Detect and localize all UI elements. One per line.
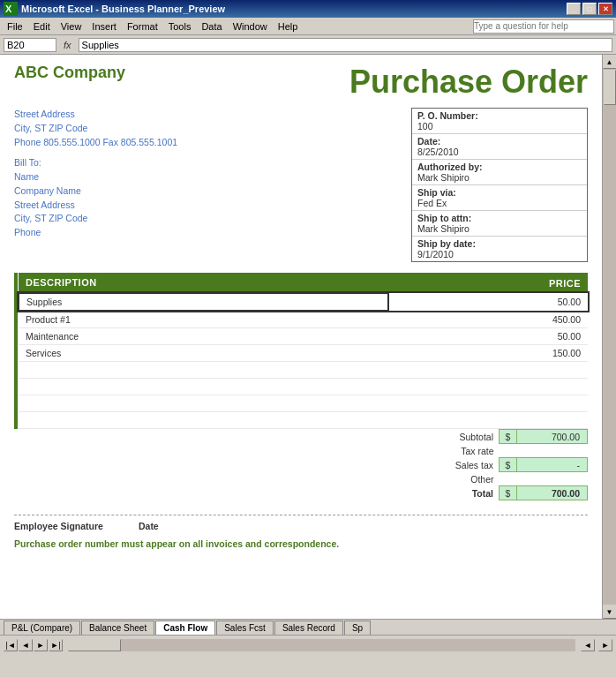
menu-edit[interactable]: Edit <box>28 19 56 34</box>
tab-balance-sheet[interactable]: Balance Sheet <box>81 621 154 635</box>
h-scroll-right[interactable]: ► <box>598 639 612 651</box>
tab-bar: P&L (Compare) Balance Sheet Cash Flow Sa… <box>0 619 616 635</box>
h-scroll-thumb[interactable] <box>68 639 121 651</box>
empty-row <box>19 412 588 429</box>
date-value: 8/25/2010 <box>417 147 582 157</box>
other-label: Other <box>450 472 500 486</box>
empty-row <box>19 379 588 395</box>
formula-bar: fx <box>0 35 616 55</box>
po-number-row: P. O. Number: 100 <box>412 109 587 134</box>
formula-input[interactable] <box>79 38 612 52</box>
vertical-scrollbar[interactable]: ▲ ▼ <box>602 55 616 619</box>
menu-file[interactable]: File <box>2 19 28 34</box>
sales-tax-label: Sales tax <box>450 458 500 472</box>
cell-reference[interactable] <box>4 38 56 52</box>
bill-street: Street Address <box>14 199 411 213</box>
total-value: 700.00 <box>517 486 588 500</box>
items-table: DESCRIPTION PRICE Supplies 50.00 Product… <box>18 273 588 429</box>
fx-label: fx <box>64 40 71 50</box>
menu-tools[interactable]: Tools <box>163 19 197 34</box>
tax-rate-label: Tax rate <box>450 444 500 458</box>
total-currency: $ <box>500 486 517 500</box>
sales-tax-value: - <box>517 458 588 472</box>
item-description[interactable]: Supplies <box>19 293 388 311</box>
tab-cash-flow[interactable]: Cash Flow <box>155 621 215 635</box>
scroll-up-button[interactable]: ▲ <box>603 55 617 69</box>
menu-insert[interactable]: Insert <box>86 19 122 34</box>
nav-next-button[interactable]: ► <box>34 639 48 651</box>
horizontal-scrollbar[interactable] <box>68 639 575 651</box>
price-header: PRICE <box>388 273 588 293</box>
tab-sp[interactable]: Sp <box>344 621 371 635</box>
table-row[interactable]: Services 150.00 <box>19 345 588 362</box>
nav-last-button[interactable]: ►| <box>49 639 63 651</box>
tab-sales-record[interactable]: Sales Record <box>274 621 343 635</box>
subtotal-row: Subtotal $ 700.00 <box>450 430 588 444</box>
ship-via-row: Ship via: Fed Ex <box>412 185 587 211</box>
ship-via-label: Ship via: <box>417 187 582 198</box>
nav-buttons: |◄ ◄ ► ►| <box>4 639 63 651</box>
employee-signature-label: Employee Signature <box>14 521 103 531</box>
ship-date-row: Ship by date: 9/1/2010 <box>412 237 587 261</box>
authorized-value: Mark Shipiro <box>417 172 582 183</box>
ship-date-value: 9/1/2010 <box>417 249 582 260</box>
ship-attn-row: Ship to attn: Mark Shipiro <box>412 211 587 237</box>
scroll-thumb[interactable] <box>604 70 616 105</box>
tab-pl-compare[interactable]: P&L (Compare) <box>4 621 80 635</box>
item-description: Product #1 <box>19 311 388 328</box>
authorized-label: Authorized by: <box>417 162 582 172</box>
date-label: Date: <box>417 136 582 147</box>
item-description: Maintenance <box>19 328 388 345</box>
scroll-track[interactable] <box>603 69 616 605</box>
address-line1: Street Address <box>14 108 411 122</box>
items-table-wrapper: DESCRIPTION PRICE Supplies 50.00 Product… <box>14 273 588 429</box>
tab-sales-fcst[interactable]: Sales Fcst <box>216 621 274 635</box>
table-row[interactable]: Maintenance 50.00 <box>19 328 588 345</box>
h-scroll-left[interactable]: ◄ <box>581 639 595 651</box>
menu-help[interactable]: Help <box>273 19 304 34</box>
total-row: Total $ 700.00 <box>450 486 588 500</box>
totals-table: Subtotal $ 700.00 Tax rate Sales tax $ - <box>450 429 588 500</box>
nav-prev-button[interactable]: ◄ <box>19 639 33 651</box>
date-label: Date <box>139 521 159 531</box>
scroll-down-button[interactable]: ▼ <box>603 605 617 619</box>
po-number-label: P. O. Number: <box>417 110 582 121</box>
help-search-input[interactable] <box>473 19 614 34</box>
ship-attn-value: Mark Shipiro <box>417 223 582 234</box>
bill-to-label: Bill To: <box>14 156 411 170</box>
description-header: DESCRIPTION <box>19 273 388 293</box>
close-button[interactable]: ✕ <box>598 3 612 15</box>
menu-view[interactable]: View <box>56 19 87 34</box>
minimize-button[interactable]: _ <box>567 3 581 15</box>
totals-section: Subtotal $ 700.00 Tax rate Sales tax $ - <box>14 429 588 500</box>
ship-via-value: Fed Ex <box>417 198 582 208</box>
bill-phone: Phone <box>14 226 411 240</box>
subtotal-label: Subtotal <box>450 430 500 444</box>
sales-tax-row: Sales tax $ - <box>450 458 588 472</box>
table-row[interactable]: Supplies 50.00 <box>19 293 588 311</box>
po-title: Purchase Order <box>191 64 588 101</box>
menu-bar: File Edit View Insert Format Tools Data … <box>0 18 616 35</box>
menu-window[interactable]: Window <box>228 19 273 34</box>
menu-data[interactable]: Data <box>196 19 227 34</box>
title-bar: X Microsoft Excel - Business Planner_Pre… <box>0 0 616 18</box>
ship-attn-label: Ship to attn: <box>417 213 582 223</box>
address-phone: Phone 805.555.1000 Fax 805.555.1001 <box>14 136 411 150</box>
address-section: Street Address City, ST ZIP Code Phone 8… <box>14 108 411 262</box>
nav-first-button[interactable]: |◄ <box>4 639 18 651</box>
document-body: ABC Company Purchase Order Street Addres… <box>0 55 602 558</box>
maximize-button[interactable]: □ <box>582 3 597 15</box>
item-price: 450.00 <box>388 311 588 328</box>
company-name: ABC Company <box>14 64 191 82</box>
window-title: Microsoft Excel - Business Planner_Previ… <box>21 4 567 14</box>
po-note: Purchase order number must appear on all… <box>14 538 588 549</box>
menu-format[interactable]: Format <box>122 19 163 34</box>
main-area: ABC Company Purchase Order Street Addres… <box>0 55 616 619</box>
bill-name: Name <box>14 170 411 184</box>
items-body: Supplies 50.00 Product #1 450.00 Mainten… <box>19 293 588 429</box>
signature-section: Employee Signature Date <box>14 515 588 531</box>
item-price: 50.00 <box>388 328 588 345</box>
table-row[interactable]: Product #1 450.00 <box>19 311 588 328</box>
header-section: Street Address City, ST ZIP Code Phone 8… <box>14 108 588 262</box>
bill-company: Company Name <box>14 184 411 199</box>
